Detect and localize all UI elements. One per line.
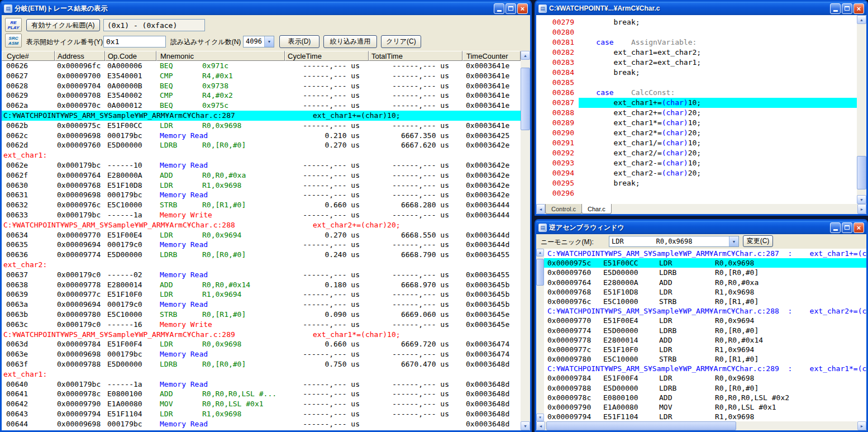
disasm-row[interactable]: 0x00009770E51F00E4LDRR0,0x9694: [544, 316, 866, 325]
trace-vertical-scrollbar[interactable]: ▲ ▼: [521, 51, 530, 430]
column-header-address[interactable]: Address: [55, 51, 105, 61]
trace-row[interactable]: 006340x00009770E51F00E4LDRR0,0x96940.270…: [2, 230, 521, 240]
source-line[interactable]: 00280: [536, 27, 857, 37]
trace-label-row[interactable]: ext_char1:: [2, 150, 521, 160]
trace-row[interactable]: 006320x0000976cE5C10000STRBR0,[R1,#0]0.6…: [2, 200, 521, 210]
source-vertical-scrollbar[interactable]: ▲ ▼: [857, 15, 866, 204]
column-header-cycle[interactable]: Cycle#: [2, 51, 55, 61]
disasm-row[interactable]: 0x00009784E51F00F4LDRR0,0x9698: [544, 373, 866, 383]
trace-source-row[interactable]: C:¥WATCHPOINT¥WPS_ARM_S¥Sample¥WP_ARM¥Ar…: [2, 111, 521, 121]
minimize-button[interactable]: [830, 222, 841, 233]
trace-row[interactable]: 0063c0x000179c0------16Memory Write-----…: [2, 320, 521, 330]
disasm-row[interactable]: 0x0000975cE51F00CCLDRR0,0x9698: [544, 258, 866, 268]
trace-row[interactable]: 006400x000179bc------1aMemory Read------…: [2, 379, 521, 390]
tab-scroll-left-icon[interactable]: ◄: [536, 204, 545, 214]
scroll-up-icon[interactable]: ▲: [536, 249, 544, 257]
trace-source-row[interactable]: C:¥WATCHPOINT¥WPS_ARM_S¥Sample¥WP_ARM¥Ar…: [2, 220, 521, 230]
column-header-mnemonic[interactable]: Mnemonic: [156, 51, 285, 61]
trace-row[interactable]: 0062c0x00009698000179bcMemory Read0.210 …: [2, 131, 521, 141]
disasm-row[interactable]: 0x00009760E5D00000LDRBR0,[R0,#0]: [544, 268, 866, 277]
scroll-right-icon[interactable]: ►: [857, 204, 866, 214]
scroll-up-icon[interactable]: ▲: [857, 15, 866, 24]
disasm-row[interactable]: 0x0000977cE51F10F0LDRR1,0x9694: [544, 345, 866, 354]
source-line[interactable]: 00285: [536, 78, 857, 88]
source-line[interactable]: 00284 break;: [536, 68, 857, 78]
source-line[interactable]: 00281 case AssignVariable:: [536, 37, 857, 48]
source-line[interactable]: 00283 ext_char2=ext_char1;: [536, 58, 857, 68]
disasm-row[interactable]: 0x00009774E5D00000LDRBR0,[R0,#0]: [544, 326, 866, 335]
trace-row[interactable]: 006380x00009778E2800014ADDR0,R0,#0x140.1…: [2, 280, 521, 290]
scrollbar-thumb[interactable]: [546, 421, 736, 430]
source-line[interactable]: 00287 ext_char1+=(char)10;: [536, 98, 857, 108]
trace-row[interactable]: 006310x00009698000179bcMemory Read------…: [2, 190, 521, 200]
trace-row[interactable]: 0063e0x00009698000179bcMemory Read------…: [2, 349, 521, 359]
trace-row[interactable]: 006360x00009774E5D00000LDRBR0,[R0,#0]0.2…: [2, 250, 521, 260]
disasm-titlebar[interactable]: ▤ 逆アセンブラウィンドウ ×: [536, 221, 866, 234]
trace-row[interactable]: 006300x00009768E51F10D8LDRR1,0x9698-----…: [2, 181, 521, 191]
source-line[interactable]: 00296: [536, 188, 857, 198]
change-button[interactable]: 変更(C): [743, 235, 773, 247]
source-titlebar[interactable]: ▤ C:¥WATCHPOINT¥...¥ArmC¥Char.c ×: [536, 2, 866, 15]
close-button[interactable]: ×: [517, 3, 528, 14]
trace-row[interactable]: 006350x00009694000179c0Memory Read------…: [2, 240, 521, 250]
source-line[interactable]: 00294 ext_char2-=(char)20;: [536, 168, 857, 178]
disasm-source-row[interactable]: C:¥WATCHPOINT¥WPS_ARM_S¥Sample¥WP_ARM¥Ar…: [544, 306, 866, 316]
trace-row[interactable]: 0062f0x00009764E280000AADDR0,R0,#0xa----…: [2, 170, 521, 181]
trace-row[interactable]: 006280x000097040A00000BBEQ0x9738------,-…: [2, 81, 521, 91]
trace-row[interactable]: 0062b0x0000975cE51F00CCLDRR0,0x9698-----…: [2, 121, 521, 131]
close-button[interactable]: ×: [853, 3, 864, 14]
source-line[interactable]: 00291 ext_char1/=(char)10;: [536, 138, 857, 148]
mnemonic-select[interactable]: LDR R0,0x9698 ▼: [609, 236, 739, 247]
source-line[interactable]: 00288 ext_char2+=(char)20;: [536, 108, 857, 118]
scroll-right-icon[interactable]: ►: [857, 421, 866, 430]
trace-row[interactable]: 0062e0x000179bc------10Memory Read------…: [2, 160, 521, 170]
source-line[interactable]: 00279 break;: [536, 17, 857, 27]
disasm-row[interactable]: 0x00009768E51F10D8LDRR1,0x9698: [544, 287, 866, 297]
disasm-row[interactable]: 0x00009790E1A00080MOVR0,R0,LSL #0x1: [544, 402, 866, 412]
trace-label-row[interactable]: ext_char2:: [2, 260, 521, 270]
disasm-horizontal-scrollbar[interactable]: ◄ ►: [536, 421, 866, 430]
trace-row[interactable]: 0063d0x00009784E51F00F4LDRR0,0x96980.660…: [2, 339, 521, 349]
source-line[interactable]: 00289 ext_char1*=(char)10;: [536, 118, 857, 128]
valid-cycle-range-button[interactable]: 有効サイクル範囲(A): [26, 19, 100, 31]
column-header-timecounter[interactable]: TimeCounter: [462, 51, 521, 61]
disasm-row[interactable]: 0x00009778E2800014ADDR0,R0,#0x14: [544, 335, 866, 345]
scrollbar-thumb[interactable]: [536, 259, 544, 286]
disasm-row[interactable]: 0x00009794E51F1104LDRR1,0x9698: [544, 412, 866, 421]
start-cycle-input[interactable]: [103, 36, 166, 48]
src-asm-icon-button[interactable]: SRC ASM: [5, 34, 22, 48]
trace-row[interactable]: 006370x000179c0------02Memory Read------…: [2, 270, 521, 280]
minimize-button[interactable]: [494, 3, 504, 14]
trace-row[interactable]: 006270x00009700E3540001CMPR4,#0x1------,…: [2, 71, 521, 81]
trace-row[interactable]: 006420x00009790E1A00080MOVR0,R0,LSL #0x1…: [2, 399, 521, 409]
column-header-cycletime[interactable]: CycleTime: [285, 51, 369, 61]
scroll-up-icon[interactable]: ▲: [521, 51, 530, 60]
source-line[interactable]: 00282 ext_char1=ext_char2;: [536, 48, 857, 58]
trace-row[interactable]: 006290x00009708E3540002CMPR4,#0x2------,…: [2, 91, 521, 101]
read-cycles-select[interactable]: 4096 ▼: [243, 36, 274, 48]
trace-titlebar[interactable]: ▤ 分岐(ETM)トレース結果の表示 ×: [2, 2, 530, 15]
source-line[interactable]: 00290 ext_char2*=(char)20;: [536, 128, 857, 138]
clear-button[interactable]: クリア(C): [381, 35, 421, 48]
scroll-down-icon[interactable]: ▼: [521, 421, 530, 430]
maximize-button[interactable]: [842, 222, 852, 233]
disasm-row[interactable]: 0x00009780E5C10000STRBR0,[R1,#0]: [544, 354, 866, 364]
disasm-source-row[interactable]: C:¥WATCHPOINT¥WPS_ARM_S¥Sample¥WP_ARM¥Ar…: [544, 249, 866, 258]
trace-row[interactable]: 006330x000179bc------1aMemory Write-----…: [2, 210, 521, 220]
source-line[interactable]: 00286 case CalcConst:: [536, 88, 857, 98]
minimize-button[interactable]: [830, 3, 841, 14]
display-button[interactable]: 表示(D): [279, 35, 319, 48]
scrollbar-thumb[interactable]: [521, 68, 530, 130]
filter-apply-button[interactable]: 絞り込み適用: [323, 35, 377, 48]
scroll-down-icon[interactable]: ▼: [536, 414, 544, 421]
trace-row[interactable]: 006410x0000978cE0800100ADDR0,R0,R0,LSL #…: [2, 389, 521, 399]
disasm-vertical-scrollbar[interactable]: ▲ ▼: [536, 249, 544, 421]
trace-row[interactable]: 006430x00009794E51F1104LDRR1,0x9698-----…: [2, 409, 521, 419]
source-line[interactable]: 00295 break;: [536, 178, 857, 188]
disasm-source-row[interactable]: C:¥WATCHPOINT¥WPS_ARM_S¥Sample¥WP_ARM¥Ar…: [544, 364, 866, 373]
trace-row[interactable]: 0062d0x00009760E5D00000LDRBR0,[R0,#0]0.2…: [2, 140, 521, 150]
scrollbar-thumb[interactable]: [857, 156, 866, 189]
source-line[interactable]: 00293 ext_char2-=(char)10;: [536, 158, 857, 168]
trace-row[interactable]: 0063f0x00009788E5D00000LDRBR0,[R0,#0]0.7…: [2, 359, 521, 369]
maximize-button[interactable]: [842, 3, 852, 14]
